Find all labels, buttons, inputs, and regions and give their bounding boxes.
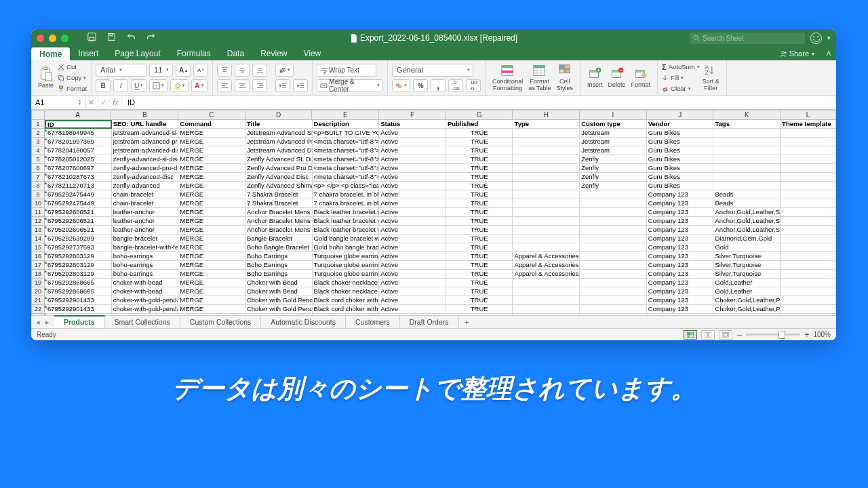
cell[interactable] — [580, 243, 647, 252]
copy-button[interactable]: Copy▾ — [58, 73, 87, 83]
cell[interactable]: Choker with Bead — [245, 287, 313, 296]
cell[interactable]: Guru Bikes — [647, 138, 714, 146]
align-right-button[interactable] — [252, 79, 267, 92]
cell[interactable]: Company 123 — [647, 296, 714, 305]
row-header[interactable]: 6 — [31, 164, 45, 173]
cell[interactable] — [513, 190, 580, 199]
row-header[interactable]: 9 — [31, 190, 45, 199]
cell[interactable] — [781, 217, 836, 226]
cell[interactable]: Zenfly Advanced Pro Di — [245, 164, 313, 173]
cell[interactable]: bangle-bracelet — [112, 235, 179, 243]
cell[interactable]: TRUE — [446, 243, 513, 252]
cell[interactable]: Jetstream Advanced SL — [245, 129, 313, 138]
column-header[interactable]: D — [245, 110, 313, 120]
cell[interactable]: choker-with-gold-pendan — [112, 305, 179, 314]
cell[interactable]: Zenfly Advanced Disc — [245, 173, 313, 182]
cell[interactable]: boho-earrings — [112, 261, 179, 270]
cell[interactable] — [580, 235, 647, 243]
cell[interactable]: chain-bracelet — [112, 190, 179, 199]
cell[interactable]: Black choker necklace v — [313, 287, 380, 296]
cell[interactable]: Anchor Bracelet Mens — [245, 226, 313, 235]
cell[interactable]: Company 123 — [647, 235, 714, 243]
increase-font-button[interactable]: A▴ — [176, 64, 191, 77]
cell[interactable]: Gold bangle bracelet wit — [313, 235, 380, 243]
cell[interactable] — [513, 164, 580, 173]
cell[interactable] — [781, 279, 836, 287]
cell[interactable]: MERGE — [178, 182, 245, 190]
search-sheet-input[interactable]: Search Sheet — [690, 33, 805, 44]
cell[interactable] — [781, 129, 836, 138]
cell[interactable]: Apparel & Accessories > Jewelry > Earrin… — [513, 252, 580, 261]
cell[interactable] — [513, 138, 580, 146]
sheet-tab[interactable]: Customers — [346, 316, 400, 329]
cell[interactable]: Status — [379, 120, 446, 129]
cell[interactable] — [713, 146, 781, 155]
row-header[interactable]: 20 — [31, 287, 45, 296]
normal-view-button[interactable] — [684, 330, 697, 340]
cell[interactable]: Jetstream — [580, 129, 647, 138]
cell[interactable]: Active — [379, 270, 446, 279]
cell[interactable]: Silver,Turquoise — [713, 270, 781, 279]
sheet-tab[interactable]: Draft Orders — [400, 316, 459, 329]
cell[interactable]: Anchor Bracelet Mens — [245, 217, 313, 226]
cell[interactable]: Description — [313, 120, 380, 129]
cell[interactable]: TRUE — [446, 138, 513, 146]
font-color-button[interactable]: A▾ — [191, 79, 207, 92]
cell[interactable]: Turquoise globe earring — [313, 270, 380, 279]
cell[interactable]: ID — [45, 120, 112, 129]
zoom-level[interactable]: 100% — [813, 331, 831, 338]
cell[interactable]: MERGE — [178, 243, 245, 252]
cell[interactable]: Company 123 — [647, 208, 714, 217]
cell[interactable]: Custom type — [580, 120, 647, 129]
cell[interactable]: Active — [379, 199, 446, 208]
menu-tab-view[interactable]: View — [295, 47, 329, 60]
cell[interactable]: MERGE — [178, 252, 245, 261]
cell[interactable]: 6795292475449 — [45, 190, 112, 199]
cell[interactable]: Active — [379, 129, 446, 138]
redo-icon[interactable] — [146, 33, 155, 43]
cell[interactable] — [580, 296, 647, 305]
cell[interactable]: Title — [245, 120, 313, 129]
menu-tab-review[interactable]: Review — [252, 47, 295, 60]
cell[interactable]: 7 chakra bracelet, in blu — [313, 199, 380, 208]
feedback-chevron-icon[interactable]: ▾ — [827, 35, 831, 41]
cell[interactable] — [781, 173, 836, 182]
delete-cells-button[interactable]: Delete — [606, 66, 629, 89]
cell[interactable]: TRUE — [446, 129, 513, 138]
cell[interactable]: MERGE — [178, 235, 245, 243]
cell[interactable]: leather-anchor — [112, 208, 179, 217]
conditional-formatting-button[interactable]: Conditional Formatting — [490, 63, 526, 92]
cell[interactable]: choker-with-gold-pendan — [112, 296, 179, 305]
cell[interactable]: Vendor — [647, 120, 714, 129]
cell[interactable]: Bangle Bracelet — [245, 235, 313, 243]
collapse-ribbon-icon[interactable]: ᐱ — [821, 47, 836, 60]
row-header[interactable]: 21 — [31, 296, 45, 305]
cell[interactable]: Active — [379, 155, 446, 164]
cell[interactable]: <meta charset="utf-8">< — [313, 164, 380, 173]
maximize-window-button[interactable] — [61, 35, 68, 42]
cell[interactable]: zenfly-advanced — [112, 182, 179, 190]
cell[interactable] — [580, 190, 647, 199]
cell[interactable]: Boho Earrings — [245, 261, 313, 270]
cell[interactable]: Zenfly — [580, 164, 647, 173]
cell[interactable]: Guru Bikes — [647, 155, 714, 164]
cell[interactable]: Active — [379, 146, 446, 155]
row-header[interactable]: 2 — [31, 129, 45, 138]
cell[interactable]: TRUE — [446, 199, 513, 208]
accept-formula-icon[interactable]: ✓ — [98, 96, 110, 110]
cell[interactable]: MERGE — [178, 155, 245, 164]
column-header[interactable]: H — [513, 110, 580, 120]
cancel-formula-icon[interactable]: ✕ — [85, 96, 98, 110]
cell[interactable]: 6778210287673 — [45, 173, 112, 182]
align-top-button[interactable] — [217, 64, 232, 77]
cell[interactable]: Active — [379, 138, 446, 146]
cell[interactable]: Type — [513, 120, 580, 129]
row-header[interactable]: 10 — [31, 199, 45, 208]
cell[interactable]: 6795292868665 — [45, 279, 112, 287]
menu-tab-insert[interactable]: Insert — [70, 47, 106, 60]
sheet-tab[interactable]: Custom Collections — [180, 316, 261, 329]
sheet-tab[interactable]: Automatic Discounts — [261, 316, 346, 329]
format-cells-button[interactable]: Format — [629, 66, 654, 89]
cell[interactable] — [713, 173, 781, 182]
cell[interactable]: Gold — [713, 243, 781, 252]
